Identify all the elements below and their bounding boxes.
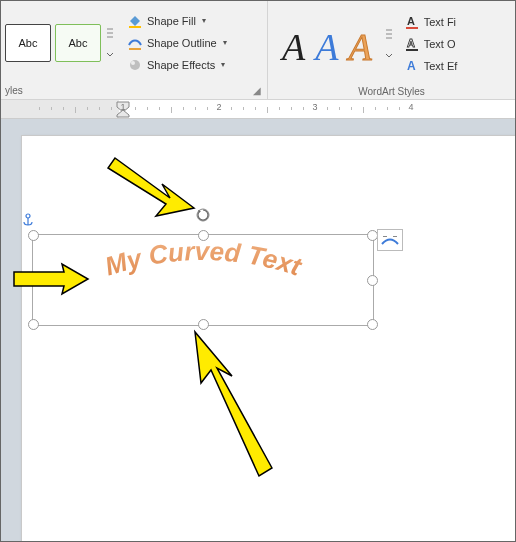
- page-area: My Curved Text: [1, 119, 515, 542]
- wordart-gallery[interactable]: A A A: [272, 22, 382, 66]
- preset-label: Abc: [69, 37, 88, 49]
- svg-text:A: A: [407, 15, 415, 27]
- selection-handle[interactable]: [367, 275, 378, 286]
- chevron-down-icon: ▾: [221, 60, 225, 69]
- svg-rect-5: [406, 27, 418, 29]
- svg-rect-13: [393, 236, 397, 237]
- layout-options-icon: [381, 233, 399, 247]
- preset-label: Abc: [19, 37, 38, 49]
- ruler-mark: 4: [408, 102, 413, 112]
- svg-rect-7: [406, 49, 418, 51]
- horizontal-ruler[interactable]: 1234: [1, 100, 515, 119]
- shape-styles-group: Abc Abc Shape Fill ▾ Shape Outline ▾ Sha…: [1, 1, 268, 99]
- shape-fill-button[interactable]: Shape Fill ▾: [123, 11, 231, 31]
- shape-style-preset[interactable]: Abc: [55, 24, 101, 62]
- wordart-styles-group: A A A A Text Fi A Text O A Text Ef: [268, 1, 515, 99]
- gallery-expand-icon[interactable]: [105, 25, 115, 61]
- shape-outline-button[interactable]: Shape Outline ▾: [123, 33, 231, 53]
- fill-icon: [127, 13, 143, 29]
- shape-style-preset[interactable]: Abc: [5, 24, 51, 62]
- group-label: WordArt Styles: [272, 86, 511, 97]
- svg-point-2: [130, 60, 140, 70]
- outline-icon: [127, 35, 143, 51]
- dialog-launcher-icon[interactable]: ◢: [250, 84, 263, 97]
- group-label: yles: [5, 85, 23, 96]
- chevron-down-icon: ▾: [202, 16, 206, 25]
- anchor-icon: [21, 213, 35, 227]
- svg-text:A: A: [407, 37, 415, 49]
- ruler-mark: 3: [312, 102, 317, 112]
- text-outline-button[interactable]: A Text O: [400, 34, 462, 54]
- svg-point-10: [26, 214, 30, 218]
- svg-text:A: A: [407, 59, 416, 73]
- svg-rect-1: [129, 48, 141, 50]
- text-effects-icon: A: [404, 58, 420, 74]
- text-fill-button[interactable]: A Text Fi: [400, 12, 462, 32]
- ruler-mark: 2: [216, 102, 221, 112]
- layout-options-button[interactable]: [377, 229, 403, 251]
- text-effects-button[interactable]: A Text Ef: [400, 56, 462, 76]
- text-fill-icon: A: [404, 14, 420, 30]
- arrow-annotation: [90, 150, 210, 240]
- arrow-annotation: [177, 328, 297, 478]
- svg-point-3: [131, 61, 135, 65]
- wordart-preset[interactable]: A: [282, 28, 305, 66]
- text-outline-icon: A: [404, 36, 420, 52]
- chevron-down-icon: ▾: [223, 38, 227, 47]
- document-page[interactable]: My Curved Text: [21, 135, 516, 542]
- svg-text:My Curved Text: My Curved Text: [101, 236, 306, 282]
- ruler-mark: 1: [120, 102, 125, 112]
- shape-effects-button[interactable]: Shape Effects ▾: [123, 55, 231, 75]
- wordart-preset[interactable]: A: [315, 28, 338, 66]
- svg-rect-12: [383, 236, 387, 237]
- ribbon: Abc Abc Shape Fill ▾ Shape Outline ▾ Sha…: [1, 1, 515, 100]
- selection-handle[interactable]: [28, 319, 39, 330]
- gallery-expand-icon[interactable]: [384, 26, 394, 62]
- svg-rect-0: [129, 26, 141, 28]
- arrow-annotation: [12, 262, 92, 296]
- selection-handle[interactable]: [28, 230, 39, 241]
- wordart-preset[interactable]: A: [348, 28, 371, 66]
- selection-handle[interactable]: [367, 319, 378, 330]
- effects-icon: [127, 57, 143, 73]
